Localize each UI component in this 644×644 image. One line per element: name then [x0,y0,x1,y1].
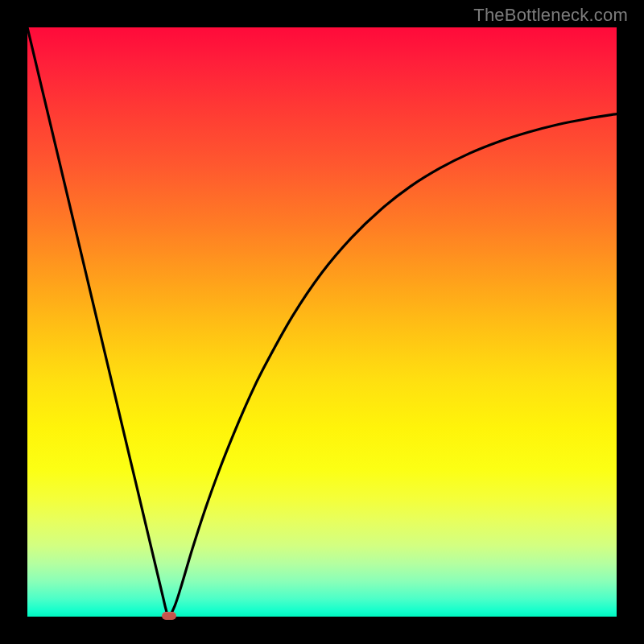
optimum-marker [162,612,176,620]
watermark-text: TheBottleneck.com [473,5,628,26]
bottleneck-curve [27,27,617,617]
curve-svg [27,27,617,617]
plot-area [27,27,617,617]
chart-frame: TheBottleneck.com [0,0,644,644]
